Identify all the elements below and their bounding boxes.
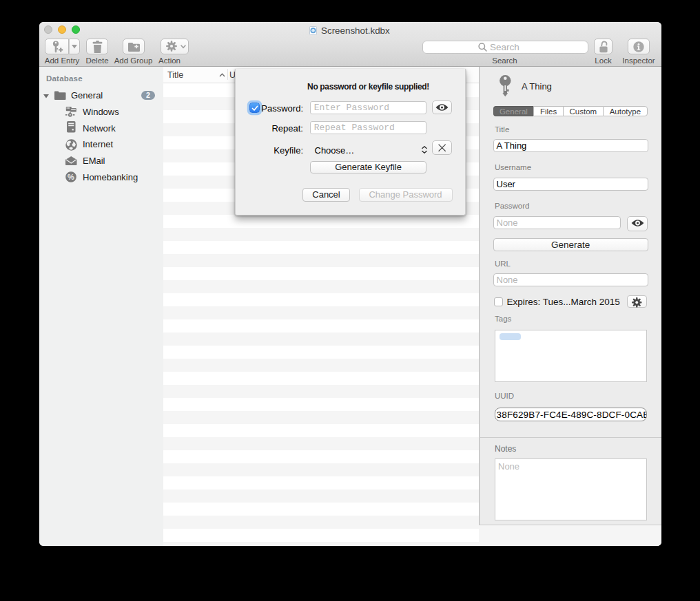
svg-text:%: % [68, 173, 74, 181]
